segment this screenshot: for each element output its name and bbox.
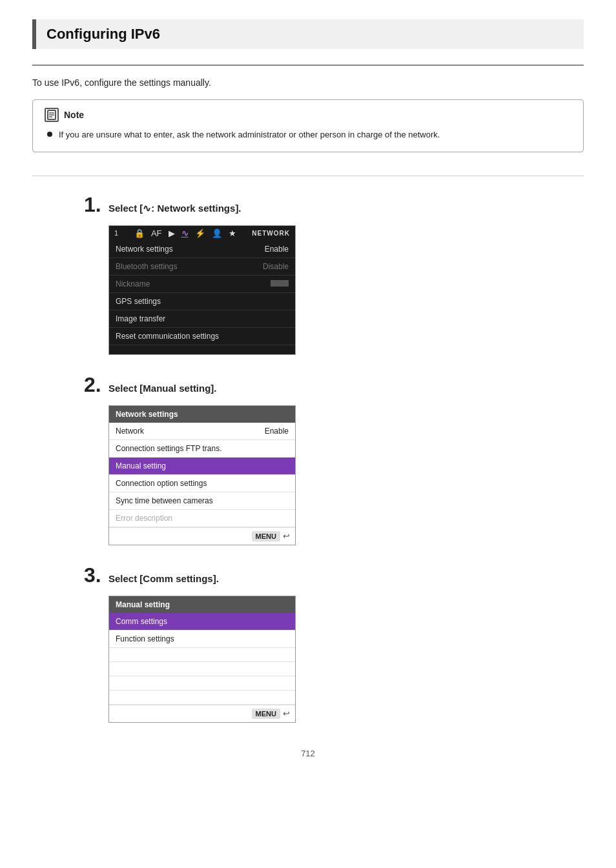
cam-menu-network-settings: Network settings Enable: [109, 241, 295, 258]
step-1-header: 1. Select [∿: Network settings].: [84, 194, 584, 215]
cam-network-badge: NETWORK: [252, 230, 290, 237]
step-1-text: Select [∿: Network settings].: [108, 203, 241, 214]
back-arrow-3: ↩: [283, 709, 290, 718]
step-2: 2. Select [Manual setting]. Network sett…: [84, 374, 584, 545]
page-container: Configuring IPv6 To use IPv6, configure …: [0, 0, 616, 868]
page-number: 712: [32, 749, 584, 758]
cam-lightning-icon: ⚡: [195, 228, 205, 238]
cam-item-label: Error description: [116, 514, 172, 523]
cam-item-comm-settings: Comm settings: [109, 613, 295, 631]
menu-button-3[interactable]: MENU: [252, 709, 280, 719]
cam-menu-reset: Reset communication settings: [109, 328, 295, 345]
cam-top-icons: 🔒 AF ▶ ∿ ⚡ 👤 ★: [134, 228, 236, 238]
cam-value-box: [271, 280, 289, 287]
cam-menu-image-transfer: Image transfer: [109, 310, 295, 328]
cam-menu-label: Reset communication settings: [116, 332, 219, 341]
step-3-text: Select [Comm settings].: [108, 573, 219, 584]
cam-item-empty-3: [109, 676, 295, 691]
cam-white-header-2: Network settings: [109, 406, 295, 423]
cam-item-empty-4: [109, 691, 295, 705]
step-1-camera-ui: 1 🔒 AF ▶ ∿ ⚡ 👤 ★ NETWORK Netwo: [108, 225, 296, 355]
step-3-header: 3. Select [Comm settings].: [84, 565, 584, 585]
cam-menu-value: Disable: [263, 262, 289, 271]
step-3-number: 3.: [84, 565, 102, 585]
cam-bottom-bar-3: MENU ↩: [109, 705, 295, 722]
cam-menu-label: Image transfer: [116, 314, 165, 323]
cam-item-label: Sync time between cameras: [116, 496, 213, 505]
cam-lock-icon: 🔒: [134, 228, 145, 238]
cam-star-icon: ★: [229, 228, 236, 238]
cam-item-label: Network: [116, 427, 144, 436]
cam-item-manual-setting: Manual setting: [109, 458, 295, 475]
note-box: Note If you are unsure what to enter, as…: [32, 99, 584, 152]
cam-item-label: Comm settings: [116, 617, 167, 626]
note-content: If you are unsure what to enter, ask the…: [45, 128, 571, 141]
step-1: 1. Select [∿: Network settings]. 1 🔒 AF …: [84, 194, 584, 355]
cam-white-header-3: Manual setting: [109, 596, 295, 613]
cam-wave-icon: ∿: [181, 228, 189, 238]
step-2-text: Select [Manual setting].: [108, 383, 217, 394]
cam-af-icon: AF: [151, 228, 162, 238]
steps-container: 1. Select [∿: Network settings]. 1 🔒 AF …: [32, 194, 584, 723]
intro-text: To use IPv6, configure the settings manu…: [32, 77, 584, 88]
cam-item-label: Connection option settings: [116, 479, 207, 488]
cam-item-conn-option: Connection option settings: [109, 475, 295, 492]
cam-menu-gps: GPS settings: [109, 293, 295, 310]
note-icon: [45, 108, 59, 122]
cam-menu-value: Enable: [265, 245, 289, 254]
cam-item-conn-ftp: Connection settings FTP trans.: [109, 440, 295, 458]
cam-menu-list-1: Network settings Enable Bluetooth settin…: [109, 241, 295, 354]
cam-item-empty-2: [109, 662, 295, 676]
cam-item-value: Enable: [265, 427, 289, 436]
cam-item-network: Network Enable: [109, 423, 295, 440]
menu-button-2[interactable]: MENU: [252, 531, 280, 541]
cam-person-icon: 👤: [212, 228, 222, 238]
title-section: Configuring IPv6: [32, 19, 584, 49]
cam-menu-label: Bluetooth settings: [116, 262, 177, 271]
cam-item-empty-1: [109, 648, 295, 662]
cam-item-label: Function settings: [116, 634, 174, 643]
cam-item-function-settings: Function settings: [109, 631, 295, 648]
camera-top-bar-1: 1 🔒 AF ▶ ∿ ⚡ 👤 ★ NETWORK: [109, 226, 295, 241]
cam-item-error: Error description: [109, 510, 295, 527]
step-1-number: 1.: [84, 194, 102, 215]
section-separator: [32, 176, 584, 176]
cam-item-label: Manual setting: [116, 461, 166, 470]
note-label: Note: [64, 110, 84, 120]
cam-menu-nickname: Nickname: [109, 276, 295, 293]
cam-bottom-bar-2: MENU ↩: [109, 527, 295, 545]
note-text: If you are unsure what to enter, ask the…: [59, 128, 440, 141]
step-2-camera-ui: Network settings Network Enable Connecti…: [108, 405, 296, 545]
cam-number: 1: [114, 229, 118, 237]
back-arrow-2: ↩: [283, 531, 290, 541]
step-3: 3. Select [Comm settings]. Manual settin…: [84, 565, 584, 723]
cam-menu-label: GPS settings: [116, 297, 161, 306]
cam-menu-bluetooth: Bluetooth settings Disable: [109, 258, 295, 276]
cam-menu-label: Network settings: [116, 245, 173, 254]
cam-item-sync: Sync time between cameras: [109, 492, 295, 510]
step-2-number: 2.: [84, 374, 102, 395]
title-underline: [32, 65, 584, 66]
page-title: Configuring IPv6: [46, 26, 573, 43]
note-bullet: [47, 132, 52, 137]
cam-item-label: Connection settings FTP trans.: [116, 444, 222, 453]
note-header: Note: [45, 108, 571, 122]
step-3-camera-ui: Manual setting Comm settings Function se…: [108, 596, 296, 723]
cam-play-icon: ▶: [169, 228, 175, 238]
cam-menu-label: Nickname: [116, 279, 150, 288]
step-2-header: 2. Select [Manual setting].: [84, 374, 584, 395]
